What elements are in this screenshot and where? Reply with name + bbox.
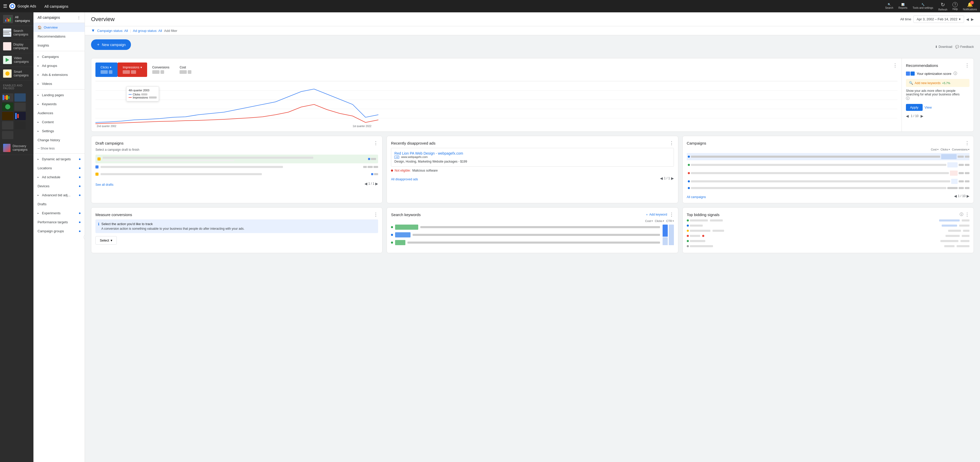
new-campaign-button[interactable]: ＋ New campaign [91,39,131,50]
metric-impressions[interactable]: Impressions ▾ [118,62,147,77]
optimization-score-help-icon[interactable]: ⓘ [953,71,957,76]
date-next-button[interactable]: ▶ [971,17,974,21]
rec-help-icon[interactable]: ⓘ [906,96,910,100]
campaigns-summary-more-icon[interactable]: ⋮ [965,140,969,146]
ad-group-status-filter[interactable]: Ad group status: All [133,29,162,33]
all-disapproved-ads-link[interactable]: All disapproved ads [391,177,418,181]
metric-cost[interactable]: Cost [174,62,197,77]
all-campaigns-link[interactable]: All campaigns [687,195,706,199]
bidding-item-2[interactable] [687,225,969,227]
campaign-status-filter[interactable]: Campaign status: All [97,29,128,33]
rec-next-button[interactable]: ▶ [921,114,923,118]
sidebar-item-all-campaigns[interactable]: All campaigns [0,12,33,26]
add-keyword-button[interactable]: ＋ Add keyword [645,212,667,217]
campaign-thumb-10[interactable] [14,131,26,139]
disapproved-ads-more-icon[interactable]: ⋮ [669,140,674,146]
nav-item-audiences[interactable]: Audiences [33,108,84,118]
nav-item-dynamic-ad[interactable]: ▸ Dynamic ad targets [33,155,84,164]
campaign-thumb-2[interactable] [14,93,26,102]
campaign-thumb-1[interactable] [2,93,13,102]
nav-item-overview[interactable]: 🏠 Overview [33,23,84,32]
apply-button[interactable]: Apply [906,104,923,111]
bidding-item-1[interactable] [687,220,969,221]
feedback-button[interactable]: 💬 Feedback [955,45,974,49]
bidding-item-4[interactable] [687,235,969,237]
view-button[interactable]: View [925,104,932,111]
draft-campaigns-more-icon[interactable]: ⋮ [374,140,378,146]
draft-item-1[interactable] [95,155,378,163]
keyword-bar-3[interactable] [391,240,660,245]
nav-item-insights[interactable]: Insights [33,41,84,50]
bidding-item-6[interactable] [687,245,969,247]
nav-item-videos[interactable]: ▸ Videos [33,79,84,88]
campaigns-row-5[interactable] [687,186,969,190]
nav-item-content[interactable]: ▸ Content [33,118,84,127]
measure-conversions-more-icon[interactable]: ⋮ [374,212,378,217]
draft-next-button[interactable]: ▶ [375,182,378,186]
campaigns-next-button[interactable]: ▶ [967,194,969,198]
keywords-cost-col[interactable]: Cost ▾ [645,220,653,223]
draft-item-3[interactable] [95,170,378,178]
campaigns-row-selected[interactable] [687,153,969,160]
top-bidding-help-icon[interactable]: ⓘ [960,212,963,217]
bidding-item-5[interactable] [687,240,969,242]
rec-more-icon[interactable]: ⋮ [965,62,969,68]
nav-item-ad-groups[interactable]: ▸ Ad groups [33,61,84,70]
nav-item-experiments[interactable]: ▸ Experiments [33,209,84,218]
search-nav-button[interactable]: 🔍 Search [885,3,893,9]
sidebar-item-video-campaigns[interactable]: Video campaigns [0,53,33,67]
campaign-thumb-4[interactable] [14,103,26,111]
help-nav-button[interactable]: ? Help [953,2,958,11]
campaign-thumb-5[interactable] [2,112,13,120]
nav-item-settings[interactable]: ▸ Settings [33,127,84,135]
nav-item-locations[interactable]: Locations [33,164,84,173]
keyword-bar-2[interactable] [391,232,660,237]
campaigns-cost-col[interactable]: Cost ▾ [931,148,939,151]
nav-item-drafts[interactable]: Drafts [33,200,84,209]
notifications-nav-button[interactable]: 🔔1 Notifications [963,2,977,11]
campaign-thumb-8[interactable] [14,121,26,129]
metric-conversions[interactable]: Conversions [147,62,175,77]
see-all-drafts-link[interactable]: See all drafts [95,183,113,186]
nav-item-ad-schedule[interactable]: ▸ Ad schedule [33,173,84,182]
nav-item-keywords[interactable]: ▸ Keywords [33,100,84,108]
tools-nav-button[interactable]: 🔧 Tools and settings [913,3,933,9]
top-bidding-more-icon[interactable]: ⋮ [965,212,969,217]
hamburger-icon[interactable]: ☰ [3,3,7,9]
app-logo[interactable]: ☰ Google Ads [3,3,36,9]
disapproved-prev-button[interactable]: ◀ [660,176,663,180]
campaigns-row-3[interactable] [687,169,969,177]
nav-item-recommendations[interactable]: Recommendations [33,32,84,41]
draft-prev-button[interactable]: ◀ [364,182,367,186]
sidebar-item-smart-campaigns[interactable]: Smart campaigns [0,67,33,81]
nav-item-landing-pages[interactable]: ▸ Landing pages [33,91,84,100]
nav-item-performance-targets[interactable]: Performance targets [33,218,84,227]
campaigns-prev-button[interactable]: ◀ [954,194,957,198]
date-range-selector[interactable]: Apr 3, 2002 – Feb 14, 2022 ▾ [913,16,964,23]
nav-item-advanced-bid[interactable]: ▸ Advanced bid adj... [33,191,84,200]
rec-prev-button[interactable]: ◀ [906,114,909,118]
campaign-thumb-7[interactable] [2,121,13,129]
draft-item-2[interactable] [95,163,378,170]
nav-item-campaign-groups[interactable]: Campaign groups [33,227,84,236]
select-button[interactable]: Select ▾ [95,236,117,245]
campaign-thumb-6[interactable] [14,112,26,120]
nav-item-change-history[interactable]: Change history [33,135,84,145]
campaigns-conversions-col[interactable]: Conversions ▾ [952,148,969,151]
campaign-thumb-9[interactable] [2,131,13,139]
sidebar-item-display-campaigns[interactable]: Display campaigns [0,40,33,53]
nav-item-devices[interactable]: Devices [33,182,84,191]
download-button[interactable]: ⬇ Download [935,45,952,49]
show-less-button[interactable]: ─ Show less [33,145,84,152]
keyword-bar-1[interactable] [391,225,660,230]
more-options-icon[interactable]: ⋮ [77,16,81,19]
nav-item-campaigns[interactable]: ▸ Campaigns [33,52,84,61]
bidding-item-3[interactable] [687,230,969,232]
nav-item-ads-extensions[interactable]: ▸ Ads & extensions [33,70,84,79]
sidebar-item-search-campaigns[interactable]: Search campaigns [0,26,33,40]
reports-nav-button[interactable]: 📊 Reports [899,3,907,9]
keywords-ctr-col[interactable]: CTR ▾ [666,220,674,223]
metric-clicks[interactable]: Clicks ▾ [95,62,118,77]
date-prev-button[interactable]: ◀ [966,17,969,21]
search-keywords-more-icon[interactable]: ⋮ [669,212,674,217]
